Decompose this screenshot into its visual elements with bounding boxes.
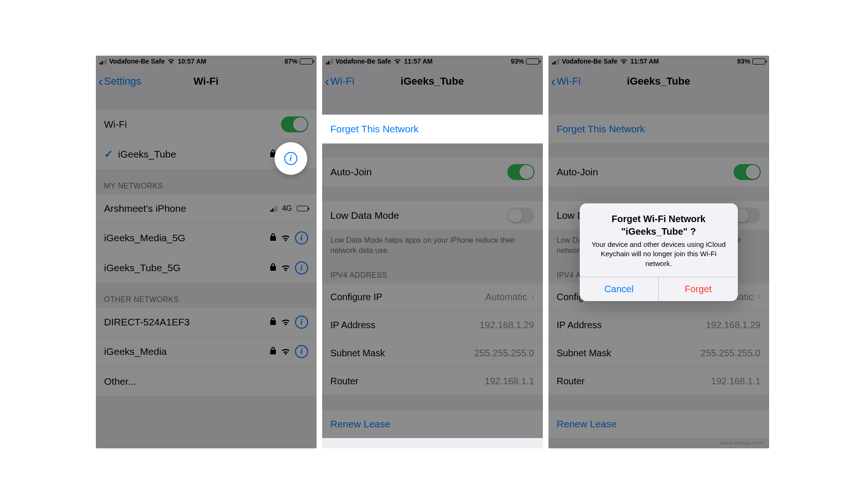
lock-icon: [270, 233, 276, 243]
network-row[interactable]: iGeeks_Tube_5G i: [96, 253, 317, 282]
forget-alert: Forget Wi-Fi Network "iGeeks_Tube" ? You…: [580, 203, 738, 301]
battery-percent: 87%: [284, 58, 297, 65]
time-label: 11:57 AM: [630, 58, 659, 65]
wifi-icon: [281, 233, 290, 243]
row-value: 255.255.255.0: [701, 348, 761, 359]
back-button[interactable]: ‹ Settings: [99, 74, 142, 88]
checkmark-icon: ✓: [104, 148, 113, 160]
nav-header: ‹ Wi-Fi iGeeks_Tube: [548, 67, 769, 96]
battery-icon: [752, 58, 765, 65]
network-name: iGeeks_Tube_5G: [104, 262, 270, 274]
network-row[interactable]: iGeeks_Media_5G i: [96, 223, 317, 253]
info-icon[interactable]: i: [295, 231, 308, 245]
wifi-icon: [281, 263, 290, 273]
battery-icon: [300, 58, 313, 65]
wifi-label: Wi-Fi: [104, 119, 281, 130]
forget-network-button[interactable]: Forget This Network: [548, 115, 769, 144]
back-label: Settings: [104, 75, 142, 87]
forget-label: Forget This Network: [557, 123, 645, 134]
network-row[interactable]: DIRECT-524A1EF3 i: [96, 308, 317, 337]
network-name: DIRECT-524A1EF3: [104, 317, 270, 328]
cancel-button[interactable]: Cancel: [580, 277, 659, 301]
signal-icon: [552, 58, 559, 65]
row-key: Router: [557, 376, 711, 387]
back-button[interactable]: ‹ Wi-Fi: [551, 74, 581, 88]
signal-icon: [270, 206, 277, 212]
renew-lease-button[interactable]: Renew Lease: [548, 410, 769, 438]
time-label: 10:57 AM: [178, 58, 206, 65]
chevron-right-icon: ›: [757, 291, 760, 303]
screen-network-details: Vodafone-Be Safe 11:57 AM 93% ‹ Wi-Fi iG…: [322, 56, 543, 448]
router-row: Router 192.168.1.1: [548, 367, 769, 396]
auto-join-row: Auto-Join: [548, 158, 769, 187]
network-row[interactable]: Arshmeet's iPhone 4G: [96, 194, 317, 223]
lock-icon: [270, 317, 276, 327]
wifi-toggle-row: Wi-Fi: [96, 110, 317, 139]
wifi-toggle[interactable]: [281, 116, 308, 132]
signal-icon: [100, 58, 107, 65]
wifi-icon: [281, 317, 290, 327]
row-key: Subnet Mask: [557, 348, 701, 359]
wifi-status-icon: [167, 58, 175, 65]
carrier-label: Vodafone-Be Safe: [562, 58, 618, 65]
carrier-label: Vodafone-Be Safe: [109, 58, 165, 65]
screen-forget-confirm: Vodafone-Be Safe 11:57 AM 93% ‹ Wi-Fi iG…: [548, 56, 769, 448]
info-icon[interactable]: i: [295, 316, 308, 329]
forget-button[interactable]: Forget: [658, 277, 738, 301]
hotspot-battery-icon: [297, 206, 308, 211]
alert-message: Your device and other devices using iClo…: [588, 240, 729, 268]
status-bar: Vodafone-Be Safe 10:57 AM 87%: [96, 56, 317, 67]
info-icon: i: [284, 152, 297, 165]
network-name: iGeeks_Tube: [118, 149, 270, 160]
row-value: 192.168.1.29: [706, 320, 761, 331]
section-header-other-networks: OTHER NETWORKS: [96, 282, 317, 308]
forget-network-button[interactable]: Forget This Network: [322, 115, 543, 144]
renew-label: Renew Lease: [557, 418, 617, 429]
watermark: www.deuaq.com: [720, 440, 764, 446]
other-network-row[interactable]: Other...: [96, 367, 317, 396]
forget-label: Forget This Network: [331, 123, 419, 134]
chevron-left-icon: ‹: [99, 74, 103, 88]
lock-icon: [270, 347, 276, 356]
status-bar: Vodafone-Be Safe 11:57 AM 93%: [548, 56, 769, 67]
ip-address-row: IP Address 192.168.1.29: [548, 311, 769, 339]
network-name: Arshmeet's iPhone: [104, 203, 271, 214]
row-key: IP Address: [557, 320, 706, 331]
auto-join-label: Auto-Join: [557, 166, 734, 178]
network-name: iGeeks_Media: [104, 346, 270, 357]
cellular-type: 4G: [282, 204, 292, 213]
page-title: iGeeks_Tube: [553, 75, 764, 87]
row-value: 192.168.1.1: [711, 376, 761, 387]
subnet-mask-row: Subnet Mask 255.255.255.0: [548, 339, 769, 367]
nav-header: ‹ Settings Wi-Fi: [96, 67, 317, 96]
info-icon[interactable]: i: [295, 345, 308, 358]
other-label: Other...: [104, 376, 308, 387]
back-label: Wi-Fi: [557, 75, 581, 87]
network-row[interactable]: iGeeks_Media i: [96, 337, 317, 367]
info-button-highlight[interactable]: i: [274, 142, 307, 175]
lock-icon: [270, 263, 276, 273]
info-icon[interactable]: i: [295, 261, 308, 274]
wifi-status-icon: [620, 58, 627, 65]
screen-wifi-list: Vodafone-Be Safe 10:57 AM 87% ‹ Settings…: [96, 56, 317, 448]
battery-percent: 93%: [737, 58, 750, 65]
alert-title: Forget Wi-Fi Network "iGeeks_Tube" ?: [588, 213, 729, 238]
auto-join-toggle[interactable]: [734, 164, 761, 180]
chevron-left-icon: ‹: [551, 74, 556, 88]
network-name: iGeeks_Media_5G: [104, 232, 270, 244]
wifi-icon: [281, 347, 290, 356]
